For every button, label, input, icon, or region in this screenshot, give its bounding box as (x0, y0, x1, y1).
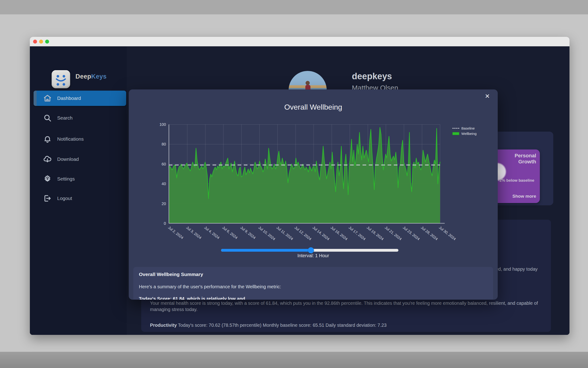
svg-text:Jul 23, 2024: Jul 23, 2024 (402, 225, 420, 241)
sidebar-item-label: Dashboard (57, 95, 81, 101)
svg-text:Jul 6, 2024: Jul 6, 2024 (221, 225, 238, 240)
sidebar-item-search[interactable]: Search (30, 110, 127, 125)
svg-text:Jul 16, 2024: Jul 16, 2024 (330, 225, 348, 241)
svg-text:Jul 21, 2024: Jul 21, 2024 (384, 225, 402, 241)
productivity-text: Today's score: 70.62 (78.57th percentile… (177, 322, 386, 328)
svg-text:Jul 11, 2024: Jul 11, 2024 (276, 225, 294, 241)
gear-icon (43, 175, 52, 183)
zoom-traffic-light[interactable] (45, 40, 49, 44)
svg-text:100: 100 (159, 122, 166, 127)
modal-title: Overall Wellbeing (129, 103, 498, 111)
wellbeing-paragraph: Your mental health score is strong today… (150, 300, 545, 313)
deepkeys-logo-icon (52, 70, 70, 88)
personal-growth-delta: -2% below baseline (498, 178, 534, 183)
baseline-dash-swatch (452, 128, 459, 129)
wellbeing-chart: 020406080100Jul 2, 2024Jul 3, 2024Jul 4,… (169, 124, 445, 223)
legend-label: Baseline (461, 126, 475, 130)
summary-panel: Overall Wellbeing Summary Here's a summa… (133, 267, 493, 300)
svg-text:60: 60 (162, 162, 166, 166)
svg-text:Jul 12, 2024: Jul 12, 2024 (294, 225, 312, 241)
brand-primary: Deep (75, 73, 91, 80)
svg-text:Jul 2, 2024: Jul 2, 2024 (167, 225, 184, 240)
desktop-band-top (0, 0, 588, 14)
clipped-mood-text: ed, and happy today (496, 267, 537, 272)
svg-text:40: 40 (162, 182, 166, 186)
brand-title: DeepKeys (75, 73, 107, 80)
account-name: deepkeys (352, 71, 392, 81)
productivity-summary: Productivity Today's score: 70.62 (78.57… (150, 322, 545, 328)
sidebar-item-logout[interactable]: Logout (30, 191, 127, 206)
sidebar-item-download[interactable]: Download (30, 152, 127, 167)
svg-text:Jul 28, 2024: Jul 28, 2024 (420, 225, 439, 241)
svg-text:Jul 4, 2024: Jul 4, 2024 (203, 225, 220, 240)
svg-text:80: 80 (162, 142, 166, 147)
summary-intro: Here's a summary of the user's performan… (139, 284, 281, 289)
sidebar-item-settings[interactable]: Settings (30, 172, 127, 186)
svg-text:Jul 14, 2024: Jul 14, 2024 (312, 225, 330, 241)
personal-growth-card[interactable]: Personal Growth -2% below baseline Show … (494, 149, 540, 203)
overall-wellbeing-modal: ✕ Overall Wellbeing 020406080100Jul 2, 2… (129, 90, 498, 300)
svg-text:Jul 17, 2024: Jul 17, 2024 (348, 225, 366, 241)
sidebar-item-label: Settings (57, 176, 75, 182)
sidebar-item-notifications[interactable]: Notifications (30, 132, 127, 147)
chart-legend: Baseline Wellbeing (452, 126, 477, 137)
svg-text:Jul 30, 2024: Jul 30, 2024 (438, 225, 456, 241)
personal-growth-title: Personal Growth (501, 153, 536, 165)
sidebar (30, 46, 127, 335)
close-traffic-light[interactable] (33, 40, 37, 44)
home-icon (43, 94, 52, 102)
legend-baseline: Baseline (452, 126, 477, 130)
svg-text:Jul 19, 2024: Jul 19, 2024 (366, 225, 384, 241)
show-more-button[interactable]: Show more (513, 194, 536, 199)
sidebar-item-dashboard[interactable]: Dashboard (30, 91, 127, 106)
app-content: DeepKeys deepkeys Matthew Olsen (30, 46, 570, 335)
cloud-download-icon (43, 155, 52, 163)
slider-fill (221, 249, 311, 252)
svg-text:Jul 3, 2024: Jul 3, 2024 (185, 225, 202, 240)
legend-wellbeing: Wellbeing (452, 132, 477, 136)
app-window: DeepKeys deepkeys Matthew Olsen (30, 37, 570, 335)
sidebar-item-label: Search (57, 115, 73, 121)
sidebar-item-label: Notifications (57, 136, 84, 142)
sidebar-item-label: Logout (57, 196, 72, 201)
sidebar-item-label: Download (57, 156, 79, 162)
wellbeing-swatch (452, 132, 459, 135)
minimize-traffic-light[interactable] (39, 40, 43, 44)
svg-text:Jul 10, 2024: Jul 10, 2024 (258, 225, 276, 241)
window-titlebar[interactable] (30, 37, 570, 46)
interval-label: Interval: 1 Hour (129, 253, 498, 258)
interval-slider[interactable] (221, 249, 398, 252)
summary-clipped-line: Today's Score: 61.84, which is relativel… (139, 296, 245, 300)
desktop-band-bottom (0, 352, 588, 368)
close-icon[interactable]: ✕ (485, 93, 490, 100)
search-icon (43, 114, 52, 122)
bell-icon (43, 135, 52, 143)
legend-label: Wellbeing (461, 132, 477, 136)
brand-secondary: Keys (91, 73, 107, 80)
summary-title: Overall Wellbeing Summary (139, 272, 203, 277)
svg-text:20: 20 (162, 202, 166, 206)
slider-thumb[interactable] (308, 247, 314, 253)
svg-text:Jul 9, 2024: Jul 9, 2024 (240, 225, 256, 240)
productivity-label: Productivity (150, 322, 177, 328)
logout-icon (43, 194, 52, 202)
svg-text:0: 0 (164, 221, 166, 226)
